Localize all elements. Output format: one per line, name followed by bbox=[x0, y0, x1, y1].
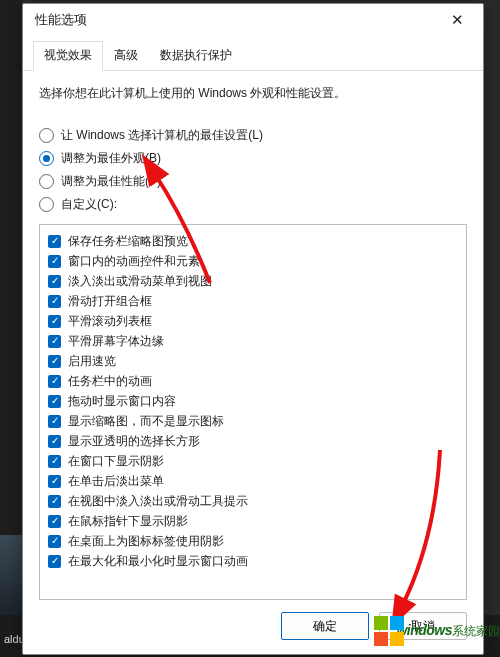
desktop-thumbnail bbox=[0, 535, 22, 615]
checkbox-icon bbox=[48, 375, 61, 388]
effects-checklist[interactable]: 保存任务栏缩略图预览窗口内的动画控件和元素淡入淡出或滑动菜单到视图滑动打开组合框… bbox=[39, 224, 467, 600]
effect-checkbox-row[interactable]: 启用速览 bbox=[44, 351, 462, 371]
radio-icon bbox=[39, 174, 54, 189]
effect-checkbox-row[interactable]: 平滑屏幕字体边缘 bbox=[44, 331, 462, 351]
close-icon: ✕ bbox=[451, 11, 464, 29]
tab-visual-effects[interactable]: 视觉效果 bbox=[33, 41, 103, 71]
effect-checkbox-row[interactable]: 任务栏中的动画 bbox=[44, 371, 462, 391]
description-text: 选择你想在此计算机上使用的 Windows 外观和性能设置。 bbox=[39, 85, 467, 102]
radio-best-appearance[interactable]: 调整为最佳外观(B) bbox=[39, 147, 467, 170]
effect-label: 平滑滚动列表框 bbox=[68, 313, 152, 330]
effect-label: 保存任务栏缩略图预览 bbox=[68, 233, 188, 250]
checkbox-icon bbox=[48, 255, 61, 268]
radio-custom[interactable]: 自定义(C): bbox=[39, 193, 467, 216]
effect-checkbox-row[interactable]: 拖动时显示窗口内容 bbox=[44, 391, 462, 411]
tab-advanced[interactable]: 高级 bbox=[103, 41, 149, 71]
window-title: 性能选项 bbox=[35, 11, 439, 29]
effect-label: 在最大化和最小化时显示窗口动画 bbox=[68, 553, 248, 570]
effect-label: 显示亚透明的选择长方形 bbox=[68, 433, 200, 450]
effect-checkbox-row[interactable]: 在鼠标指针下显示阴影 bbox=[44, 511, 462, 531]
tab-strip: 视觉效果 高级 数据执行保护 bbox=[23, 36, 483, 71]
performance-options-dialog: 性能选项 ✕ 视觉效果 高级 数据执行保护 选择你想在此计算机上使用的 Wind… bbox=[22, 3, 484, 655]
radio-label: 调整为最佳外观(B) bbox=[61, 150, 161, 167]
checkbox-icon bbox=[48, 315, 61, 328]
effect-checkbox-row[interactable]: 在视图中淡入淡出或滑动工具提示 bbox=[44, 491, 462, 511]
effect-label: 显示缩略图，而不是显示图标 bbox=[68, 413, 224, 430]
checkbox-icon bbox=[48, 495, 61, 508]
effect-label: 在视图中淡入淡出或滑动工具提示 bbox=[68, 493, 248, 510]
tab-label: 高级 bbox=[114, 48, 138, 62]
checkbox-icon bbox=[48, 555, 61, 568]
effect-label: 滑动打开组合框 bbox=[68, 293, 152, 310]
checkbox-icon bbox=[48, 475, 61, 488]
effect-checkbox-row[interactable]: 滑动打开组合框 bbox=[44, 291, 462, 311]
close-button[interactable]: ✕ bbox=[439, 6, 475, 34]
effect-label: 平滑屏幕字体边缘 bbox=[68, 333, 164, 350]
watermark-text: windows系统家园 bbox=[396, 622, 500, 640]
effect-checkbox-row[interactable]: 在单击后淡出菜单 bbox=[44, 471, 462, 491]
effect-label: 任务栏中的动画 bbox=[68, 373, 152, 390]
effect-checkbox-row[interactable]: 在最大化和最小化时显示窗口动画 bbox=[44, 551, 462, 571]
effect-checkbox-row[interactable]: 显示亚透明的选择长方形 bbox=[44, 431, 462, 451]
effect-label: 在鼠标指针下显示阴影 bbox=[68, 513, 188, 530]
effect-label: 在桌面上为图标标签使用阴影 bbox=[68, 533, 224, 550]
effect-checkbox-row[interactable]: 淡入淡出或滑动菜单到视图 bbox=[44, 271, 462, 291]
effect-label: 在窗口下显示阴影 bbox=[68, 453, 164, 470]
checkbox-icon bbox=[48, 275, 61, 288]
effect-label: 启用速览 bbox=[68, 353, 116, 370]
titlebar: 性能选项 ✕ bbox=[23, 4, 483, 36]
effect-label: 拖动时显示窗口内容 bbox=[68, 393, 176, 410]
checkbox-icon bbox=[48, 355, 61, 368]
tab-label: 数据执行保护 bbox=[160, 48, 232, 62]
checkbox-icon bbox=[48, 415, 61, 428]
checkbox-icon bbox=[48, 235, 61, 248]
radio-label: 调整为最佳性能(P) bbox=[61, 173, 161, 190]
tab-dep[interactable]: 数据执行保护 bbox=[149, 41, 243, 71]
radio-best-performance[interactable]: 调整为最佳性能(P) bbox=[39, 170, 467, 193]
checkbox-icon bbox=[48, 515, 61, 528]
radio-group: 让 Windows 选择计算机的最佳设置(L) 调整为最佳外观(B) 调整为最佳… bbox=[39, 124, 467, 216]
watermark-logo-icon bbox=[372, 614, 392, 648]
watermark: windows系统家园 bbox=[372, 610, 500, 652]
effect-label: 在单击后淡出菜单 bbox=[68, 473, 164, 490]
effect-checkbox-row[interactable]: 在桌面上为图标标签使用阴影 bbox=[44, 531, 462, 551]
tab-label: 视觉效果 bbox=[44, 48, 92, 62]
radio-icon bbox=[39, 128, 54, 143]
effect-checkbox-row[interactable]: 保存任务栏缩略图预览 bbox=[44, 231, 462, 251]
effect-checkbox-row[interactable]: 显示缩略图，而不是显示图标 bbox=[44, 411, 462, 431]
button-label: 确定 bbox=[313, 618, 337, 635]
effect-checkbox-row[interactable]: 在窗口下显示阴影 bbox=[44, 451, 462, 471]
effect-label: 淡入淡出或滑动菜单到视图 bbox=[68, 273, 212, 290]
checkbox-icon bbox=[48, 455, 61, 468]
radio-label: 自定义(C): bbox=[61, 196, 117, 213]
effect-checkbox-row[interactable]: 平滑滚动列表框 bbox=[44, 311, 462, 331]
checkbox-icon bbox=[48, 395, 61, 408]
checkbox-icon bbox=[48, 295, 61, 308]
effect-label: 窗口内的动画控件和元素 bbox=[68, 253, 200, 270]
radio-icon bbox=[39, 197, 54, 212]
tab-content: 选择你想在此计算机上使用的 Windows 外观和性能设置。 让 Windows… bbox=[23, 71, 483, 600]
checkbox-icon bbox=[48, 535, 61, 548]
effect-checkbox-row[interactable]: 窗口内的动画控件和元素 bbox=[44, 251, 462, 271]
radio-let-windows-choose[interactable]: 让 Windows 选择计算机的最佳设置(L) bbox=[39, 124, 467, 147]
checkbox-icon bbox=[48, 335, 61, 348]
radio-icon bbox=[39, 151, 54, 166]
ok-button[interactable]: 确定 bbox=[281, 612, 369, 640]
checkbox-icon bbox=[48, 435, 61, 448]
radio-label: 让 Windows 选择计算机的最佳设置(L) bbox=[61, 127, 263, 144]
